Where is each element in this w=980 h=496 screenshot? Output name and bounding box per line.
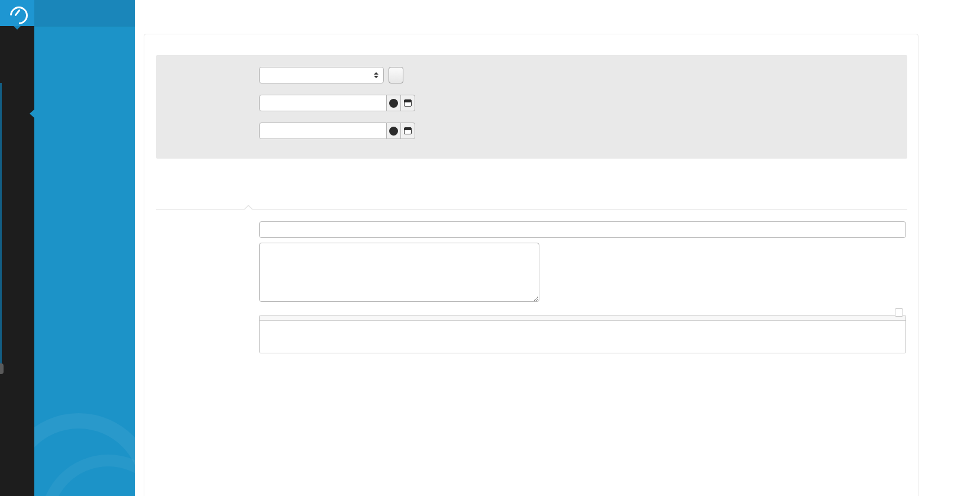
add-category-button[interactable] (389, 67, 403, 83)
end-date-row (156, 123, 907, 139)
module-settings-panel (156, 55, 907, 159)
sidebar-title (34, 0, 135, 26)
module-sidebar (34, 0, 135, 496)
sidebar-scroll-handle[interactable] (0, 363, 4, 374)
icon-sidebar (0, 0, 34, 496)
subtitle-row (156, 243, 906, 302)
title-input[interactable] (259, 221, 906, 238)
collapse-toolbar-button[interactable] (895, 308, 903, 317)
calendar-icon (404, 127, 412, 134)
start-date-row (156, 95, 907, 111)
clear-circle-x-icon (389, 99, 398, 108)
editor-content-area[interactable] (260, 321, 905, 353)
tab-panel-divider (156, 209, 907, 210)
subtitle-textarea[interactable] (259, 243, 539, 302)
sidebar-accent-line (0, 83, 2, 372)
end-date-input[interactable] (259, 123, 387, 139)
editor-toolbar (260, 315, 905, 321)
end-date-calendar-button[interactable] (401, 123, 415, 139)
breadcrumb (153, 11, 980, 20)
speedometer-logo-icon (9, 7, 25, 20)
rich-text-editor (259, 315, 906, 353)
category-select[interactable] (259, 67, 384, 83)
calendar-icon (404, 99, 412, 107)
select-arrows-icon (374, 72, 379, 78)
clear-start-date-button[interactable] (387, 95, 401, 111)
clear-end-date-button[interactable] (387, 123, 401, 139)
app-logo[interactable] (0, 0, 34, 26)
clear-circle-x-icon (389, 127, 398, 136)
title-row (156, 221, 906, 238)
start-date-group (259, 95, 415, 111)
main-content (135, 0, 980, 496)
content-row (156, 315, 906, 353)
form-card (144, 34, 918, 496)
active-module-caret (30, 109, 35, 118)
category-row (156, 67, 907, 83)
end-date-group (259, 123, 415, 139)
sidebar-menu (34, 26, 135, 33)
start-date-input[interactable] (259, 95, 387, 111)
start-date-calendar-button[interactable] (401, 95, 415, 111)
